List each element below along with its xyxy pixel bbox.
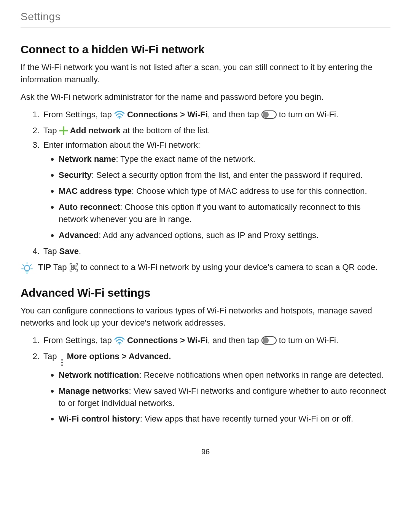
tip-part-a: Tap (51, 262, 69, 272)
bullet-label: Security (59, 170, 92, 180)
tip-text: TIP Tap to connect to a Wi-Fi network by… (38, 261, 390, 273)
plus-icon (59, 126, 68, 135)
step-text: , and then tap (208, 335, 261, 345)
svg-rect-3 (74, 265, 76, 267)
step-text: at the bottom of the list. (121, 126, 210, 135)
step-text: From Settings, tap (43, 110, 114, 119)
step-bold: Save (59, 246, 79, 256)
tip-label: TIP (38, 262, 51, 272)
section1-step-3: Enter information about the Wi-Fi networ… (42, 139, 390, 241)
svg-rect-2 (72, 265, 73, 267)
bullet-label: Manage networks (59, 386, 129, 396)
section1-intro-2: Ask the Wi-Fi network administrator for … (21, 91, 390, 103)
section1-bullets: Network name: Type the exact name of the… (43, 153, 390, 241)
toggle-off-icon (261, 336, 277, 345)
list-item: Manage networks: View saved Wi-Fi networ… (59, 385, 390, 409)
svg-point-1 (24, 265, 30, 271)
list-item: MAC address type: Choose which type of M… (59, 185, 390, 197)
section1-intro-1: If the Wi-Fi network you want is not lis… (21, 61, 390, 86)
bullet-label: Network notification (59, 370, 139, 380)
section2-steps: From Settings, tap Connections > Wi-Fi, … (21, 334, 390, 425)
bullet-text: : View apps that have recently turned yo… (140, 414, 353, 423)
step-text: Tap (43, 126, 59, 135)
lightbulb-icon (21, 261, 33, 278)
wifi-icon (114, 110, 125, 122)
bullet-text: : Add any advanced options, such as IP a… (99, 230, 319, 240)
section2-step-1: From Settings, tap Connections > Wi-Fi, … (42, 334, 390, 348)
step-text: Tap (43, 351, 59, 361)
header-divider (21, 27, 390, 27)
list-item: Wi-Fi control history: View apps that ha… (59, 413, 390, 425)
step-bold: Connections > Wi-Fi (127, 110, 208, 119)
step-bold: More options > Advanced. (67, 351, 171, 361)
bullet-label: MAC address type (59, 186, 132, 196)
list-item: Network notification: Receive notificati… (59, 369, 390, 381)
toggle-off-icon (261, 110, 277, 119)
section2-intro: You can configure connections to various… (21, 305, 390, 329)
section2-step-2: Tap More options > Advanced. Network not… (42, 350, 390, 425)
section1-step-2: Tap Add network at the bottom of the lis… (42, 125, 390, 137)
tip-block: TIP Tap to connect to a Wi-Fi network by… (21, 261, 390, 278)
list-item: Auto reconnect: Choose this option if yo… (59, 201, 390, 225)
svg-rect-4 (72, 268, 73, 270)
step-text: to turn on Wi-Fi. (279, 335, 338, 345)
svg-point-7 (119, 343, 120, 345)
list-item: Advanced: Add any advanced options, such… (59, 229, 390, 241)
section1-steps: From Settings, tap Connections > Wi-Fi, … (21, 109, 390, 257)
step-text: Tap (43, 246, 59, 256)
bullet-text: : Select a security option from the list… (92, 170, 363, 180)
bullet-text: : Receive notifications when open networ… (139, 370, 383, 380)
svg-point-0 (119, 117, 120, 119)
step-bold: Add network (70, 126, 121, 135)
section1-step-4: Tap Save. (42, 245, 390, 257)
step-text: to turn on Wi-Fi. (279, 110, 338, 119)
tip-part-b: to connect to a Wi-Fi network by using y… (81, 262, 378, 272)
step-bold: Connections > Wi-Fi (127, 335, 208, 345)
section1-step-1: From Settings, tap Connections > Wi-Fi, … (42, 109, 390, 122)
bullet-text: : Type the exact name of the network. (116, 154, 255, 164)
page-number: 96 (21, 446, 390, 457)
list-item: Security: Select a security option from … (59, 169, 390, 181)
list-item: Network name: Type the exact name of the… (59, 153, 390, 165)
svg-rect-5 (74, 268, 75, 268)
step-text: Enter information about the Wi-Fi networ… (43, 140, 200, 150)
section-heading-advanced-wifi: Advanced Wi-Fi settings (21, 284, 390, 301)
wifi-icon (114, 336, 125, 348)
section2-bullets: Network notification: Receive notificati… (43, 369, 390, 425)
step-text: From Settings, tap (43, 335, 114, 345)
bullet-label: Advanced (59, 230, 99, 240)
more-options-icon (59, 358, 65, 367)
step-text: , and then tap (208, 110, 261, 119)
qr-scan-icon (69, 262, 81, 272)
bullet-label: Network name (59, 154, 116, 164)
bullet-label: Wi-Fi control history (59, 414, 140, 423)
step-text: . (79, 246, 81, 256)
svg-rect-6 (75, 269, 76, 270)
page-header-title: Settings (21, 9, 390, 25)
section-heading-hidden-wifi: Connect to a hidden Wi-Fi network (21, 41, 390, 58)
bullet-label: Auto reconnect (59, 202, 120, 212)
bullet-text: : Choose which type of MAC address to us… (132, 186, 367, 196)
